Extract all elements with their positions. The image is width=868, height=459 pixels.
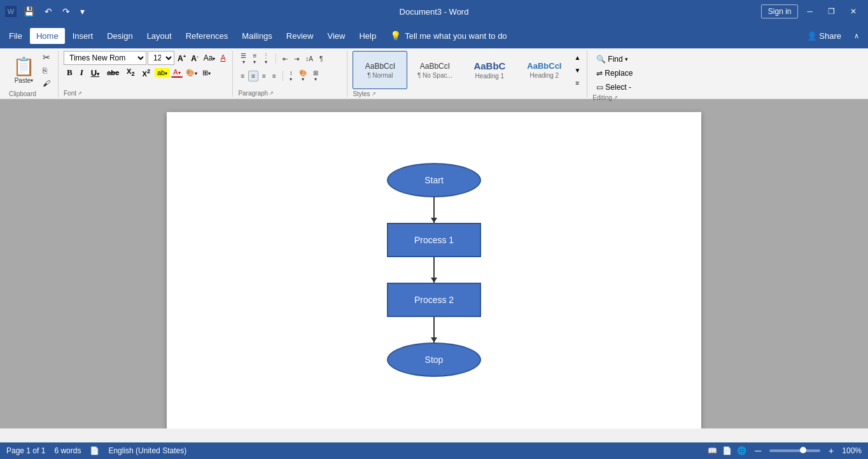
menu-insert[interactable]: Insert bbox=[66, 28, 100, 44]
cut-button[interactable]: ✂ bbox=[40, 51, 53, 64]
shading-para-button[interactable]: 🎨▾ bbox=[297, 68, 309, 83]
borders-button[interactable]: ⊞▾ bbox=[200, 68, 213, 78]
font-expand-icon[interactable]: ↗ bbox=[78, 90, 82, 96]
strikethrough-button[interactable]: abc bbox=[104, 68, 122, 77]
para-row2: ≡ ≡ ≡ ≡ ↕▾ 🎨▾ ⊞▾ bbox=[238, 68, 320, 83]
style-normal[interactable]: AaBbCcI ¶ Normal bbox=[353, 51, 407, 89]
close-button[interactable]: ✕ bbox=[844, 4, 863, 18]
paragraph-expand-icon[interactable]: ↗ bbox=[269, 90, 274, 96]
menu-layout[interactable]: Layout bbox=[141, 28, 178, 44]
find-button[interactable]: 🔍 Find ▾ bbox=[592, 53, 636, 65]
title-bar-right: Sign in ─ ❐ ✕ bbox=[761, 4, 863, 18]
document-check-icon: 📄 bbox=[90, 446, 99, 455]
select-button[interactable]: ▭ Select - bbox=[592, 81, 636, 93]
zoom-thumb bbox=[800, 447, 806, 453]
text-color-button[interactable]: A▾ bbox=[171, 67, 182, 78]
menu-mailings[interactable]: Mailings bbox=[235, 28, 279, 44]
styles-scroll-up[interactable]: ▲ bbox=[573, 54, 582, 61]
align-right-button[interactable]: ≡ bbox=[260, 71, 269, 81]
align-left-button[interactable]: ≡ bbox=[238, 71, 247, 81]
ribbon-collapse-button[interactable]: ∧ bbox=[848, 29, 865, 43]
status-bar: Page 1 of 1 6 words 📄 English (United St… bbox=[0, 442, 868, 459]
copy-button[interactable]: ⎘ bbox=[40, 65, 53, 76]
replace-button[interactable]: ⇌ Replace bbox=[592, 67, 636, 79]
styles-more[interactable]: ≡ bbox=[573, 80, 582, 87]
styles-scroll-controls: ▲ ▼ ≡ bbox=[573, 51, 582, 89]
change-case-button[interactable]: Aa▾ bbox=[202, 53, 218, 63]
bold-button[interactable]: B bbox=[64, 67, 76, 78]
zoom-out-button[interactable]: ─ bbox=[752, 444, 764, 457]
clear-format-button[interactable]: A bbox=[218, 53, 227, 63]
text-highlight-button[interactable]: ab▾ bbox=[155, 68, 170, 77]
style-heading2[interactable]: AaBbCcI Heading 2 bbox=[517, 51, 571, 89]
align-center-button[interactable]: ≡ bbox=[248, 71, 258, 81]
menu-view[interactable]: View bbox=[321, 28, 351, 44]
line-spacing-button[interactable]: ↕▾ bbox=[287, 68, 295, 83]
grow-font-button[interactable]: A+ bbox=[176, 53, 188, 64]
menu-help[interactable]: Help bbox=[353, 28, 382, 44]
superscript-button[interactable]: X2 bbox=[139, 67, 153, 78]
style-normal-label: ¶ Normal bbox=[367, 72, 393, 79]
shape-process1[interactable]: Process 1 bbox=[387, 223, 481, 257]
style-heading2-preview: AaBbCcI bbox=[527, 61, 561, 71]
editing-expand-icon[interactable]: ↗ bbox=[613, 95, 618, 101]
font-size-select[interactable]: 12 bbox=[148, 51, 174, 65]
font-row1: Times New Rom 12 A+ A- Aa▾ A bbox=[64, 51, 227, 65]
shrink-font-button[interactable]: A- bbox=[189, 53, 200, 64]
numbering-button[interactable]: ≡▾ bbox=[250, 51, 259, 66]
tell-me-bar[interactable]: 💡 Tell me what you want to do bbox=[390, 31, 507, 41]
editing-group: 🔍 Find ▾ ⇌ Replace ▭ Select - Editing ↗ bbox=[587, 51, 651, 101]
zoom-slider[interactable] bbox=[769, 449, 820, 452]
bullets-button[interactable]: ☰▾ bbox=[238, 51, 249, 66]
sort-button[interactable]: ↕A bbox=[303, 54, 316, 64]
style-normal-preview: AaBbCcI bbox=[365, 62, 395, 71]
borders-para-button[interactable]: ⊞▾ bbox=[311, 68, 321, 83]
word-icon: W bbox=[5, 6, 17, 17]
share-button[interactable]: 👤 Share bbox=[807, 31, 841, 41]
menu-file[interactable]: File bbox=[3, 28, 29, 44]
show-marks-button[interactable]: ¶ bbox=[317, 54, 325, 64]
shape-stop[interactable]: Stop bbox=[387, 342, 481, 377]
clipboard-label: Clipboard bbox=[9, 89, 53, 97]
signin-button[interactable]: Sign in bbox=[761, 4, 799, 18]
font-family-select[interactable]: Times New Rom bbox=[64, 51, 146, 65]
read-mode-icon[interactable]: 📖 bbox=[708, 446, 717, 455]
menu-references[interactable]: References bbox=[179, 28, 234, 44]
multilevel-button[interactable]: ⋮▾ bbox=[260, 51, 272, 66]
menu-review[interactable]: Review bbox=[280, 28, 320, 44]
undo-button[interactable]: ↶ bbox=[41, 5, 55, 18]
decrease-indent-button[interactable]: ⇤ bbox=[280, 54, 290, 64]
shading-button[interactable]: 🎨▾ bbox=[184, 68, 199, 78]
styles-scroll-down[interactable]: ▼ bbox=[573, 67, 582, 74]
shape-process2[interactable]: Process 2 bbox=[387, 283, 481, 317]
menu-home[interactable]: Home bbox=[30, 28, 65, 44]
style-heading1-preview: AaBbC bbox=[473, 60, 505, 71]
italic-button[interactable]: I bbox=[77, 67, 87, 78]
redo-button[interactable]: ↷ bbox=[59, 5, 73, 18]
styles-expand-icon[interactable]: ↗ bbox=[372, 91, 376, 97]
shape-start[interactable]: Start bbox=[387, 163, 481, 197]
menu-design[interactable]: Design bbox=[101, 28, 139, 44]
editing-label: Editing ↗ bbox=[592, 93, 646, 101]
restore-button[interactable]: ❐ bbox=[822, 4, 841, 18]
styles-label: Styles ↗ bbox=[353, 89, 582, 97]
justify-button[interactable]: ≡ bbox=[270, 71, 279, 81]
save-button[interactable]: 💾 bbox=[20, 5, 38, 18]
minimize-button[interactable]: ─ bbox=[801, 4, 819, 18]
search-icon: 🔍 bbox=[596, 55, 606, 64]
zoom-level: 100% bbox=[842, 446, 862, 455]
increase-indent-button[interactable]: ⇥ bbox=[291, 54, 302, 64]
style-nospace[interactable]: AaBbCcI ¶ No Spac... bbox=[407, 51, 462, 89]
header-right: 👤 Share ∧ bbox=[807, 29, 865, 43]
style-heading1[interactable]: AaBbC Heading 1 bbox=[462, 51, 517, 89]
zoom-in-button[interactable]: + bbox=[825, 444, 837, 457]
subscript-button[interactable]: X2 bbox=[123, 67, 137, 78]
print-layout-icon[interactable]: 📄 bbox=[722, 446, 732, 455]
customize-qat-button[interactable]: ▾ bbox=[77, 5, 88, 18]
underline-button[interactable]: U▾ bbox=[88, 67, 102, 78]
web-layout-icon[interactable]: 🌐 bbox=[737, 446, 746, 455]
font-label: Font ↗ bbox=[64, 88, 227, 97]
format-painter-button[interactable]: 🖌 bbox=[40, 78, 53, 89]
paste-button[interactable]: 📋 Paste ▾ bbox=[9, 55, 39, 85]
editing-buttons: 🔍 Find ▾ ⇌ Replace ▭ Select - bbox=[592, 51, 636, 93]
